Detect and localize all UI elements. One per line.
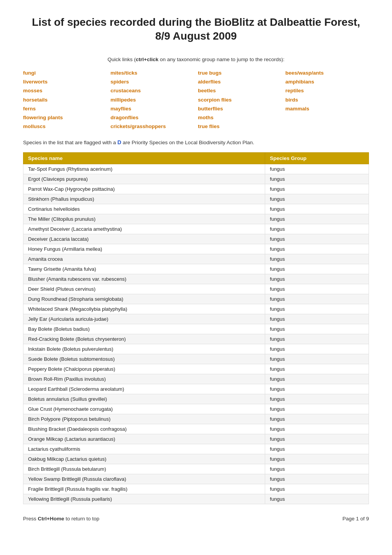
table-row: Amethyst Deceiver (Laccaria amethystina)… [23,224,369,234]
species-name-cell: Boletus annularius (Suillus grevillei) [23,394,265,404]
species-name-cell: Tar-Spot Fungus (Rhytisma acerinum) [23,164,265,174]
quick-link-flowering-plants[interactable]: flowering plants [23,114,107,122]
species-name-cell: Fragile Brittlegill (Russula fragilis va… [23,484,265,494]
species-group-cell: fungus [265,184,369,194]
quick-link-dragonflies[interactable]: dragonflies [111,114,194,122]
quick-link-birds[interactable]: birds [286,96,369,104]
table-row: Stinkhorn (Phallus impudicus)fungus [23,194,369,204]
species-group-cell: fungus [265,174,369,184]
species-group-cell: fungus [265,264,369,274]
quick-link-beetles[interactable]: beetles [198,87,282,95]
quick-link-butterflies[interactable]: butterflies [198,105,282,113]
table-row: Ergot (Claviceps purpurea)fungus [23,174,369,184]
quick-link-true-bugs[interactable]: true bugs [198,69,282,77]
species-name-cell: Jelly Ear (Auricularia auricula-judae) [23,314,265,324]
species-name-cell: Honey Fungus (Armillaria mellea) [23,244,265,254]
quick-link-moths[interactable]: moths [198,114,282,122]
table-row: Deceiver (Laccaria laccata)fungus [23,234,369,244]
species-name-cell: Yellowing Brittlegill (Russula puellaris… [23,494,265,504]
species-name-cell: The Miller (Clitopilus prunulus) [23,214,265,224]
quick-link-crickets-grasshoppers[interactable]: crickets/grasshoppers [111,123,194,130]
quick-link-reptiles[interactable]: reptiles [286,87,369,95]
quick-link-alderflies[interactable]: alderflies [198,78,282,86]
table-row: Honey Fungus (Armillaria mellea)fungus [23,244,369,254]
quick-link-horsetails[interactable]: horsetails [23,96,107,104]
species-name-cell: Leopard Earthball (Scleroderma areolatum… [23,384,265,394]
species-group-cell: fungus [265,454,369,464]
quick-links-col-0: fungiliverwortsmosseshorsetailsfernsflow… [23,69,107,131]
table-row: Blushing Bracket (Daedaleopsis confragos… [23,424,369,434]
quick-link-bees-wasp-ants[interactable]: bees/wasp/ants [286,69,369,77]
species-group-cell: fungus [265,434,369,444]
species-group-cell: fungus [265,444,369,454]
quick-links-col-1: mites/ticksspiderscrustaceansmillipedesm… [111,69,194,131]
species-group-cell: fungus [265,474,369,484]
quick-links-intro: Quick links (ctrl+click on any taxonomic… [23,57,369,62]
table-row: Lactarius cyathuliformisfungus [23,444,369,454]
table-row: Whitelaced Shank (Megacollybia platyphyl… [23,304,369,314]
col-header-group: Species Group [265,152,369,164]
species-name-cell: Tawny Grisette (Amanita fulva) [23,264,265,274]
species-group-cell: fungus [265,244,369,254]
quick-link-mayflies[interactable]: mayflies [111,105,194,113]
species-name-cell: Oakbug Milkcap (Lactarius quietus) [23,454,265,464]
table-row: Brown Roll-Rim (Paxillus involutus)fungu… [23,374,369,384]
quick-link-spiders[interactable]: spiders [111,78,194,86]
species-name-cell: Cortinarius helvelloides [23,204,265,214]
species-name-cell: Stinkhorn (Phallus impudicus) [23,194,265,204]
table-row: Orange Milkcap (Lactarius aurantiacus)fu… [23,434,369,444]
species-group-cell: fungus [265,384,369,394]
species-group-cell: fungus [265,414,369,424]
quick-link-amphibians[interactable]: amphibians [286,78,369,86]
quick-links-col-3: bees/wasp/antsamphibiansreptilesbirdsmam… [286,69,369,131]
table-row: Red-Cracking Bolete (Boletus chrysentero… [23,334,369,344]
col-header-species: Species name [23,152,265,164]
species-name-cell: Suede Bolete (Boletus subtomentosus) [23,354,265,364]
quick-link-mammals[interactable]: mammals [286,105,369,113]
species-group-cell: fungus [265,344,369,354]
species-group-cell: fungus [265,234,369,244]
quick-link-ferns[interactable]: ferns [23,105,107,113]
quick-link-crustaceans[interactable]: crustaceans [111,87,194,95]
page-title: List of species recorded during the BioB… [23,12,369,47]
species-name-cell: Birch Brittlegill (Russula betularum) [23,464,265,474]
table-row: Tawny Grisette (Amanita fulva)fungus [23,264,369,274]
table-row: Suede Bolete (Boletus subtomentosus)fung… [23,354,369,364]
quick-link-liverworts[interactable]: liverworts [23,78,107,86]
table-row: The Miller (Clitopilus prunulus)fungus [23,214,369,224]
quick-link-millipedes[interactable]: millipedes [111,96,194,104]
species-group-cell: fungus [265,374,369,384]
quick-link-true-flies[interactable]: true flies [198,123,282,130]
species-name-cell: Birch Polypore (Piptoporus betulinus) [23,414,265,424]
quick-link-mites-ticks[interactable]: mites/ticks [111,69,194,77]
table-row: Tar-Spot Fungus (Rhytisma acerinum)fungu… [23,164,369,174]
species-name-cell: Inkstain Bolete (Boletus pulverulentus) [23,344,265,354]
quick-link-mosses[interactable]: mosses [23,87,107,95]
species-group-cell: fungus [265,494,369,504]
species-table: Species name Species Group Tar-Spot Fung… [23,152,369,504]
species-name-cell: Lactarius cyathuliformis [23,444,265,454]
table-row: Cortinarius helvelloidesfungus [23,204,369,214]
quick-link-scorpion-flies[interactable]: scorpion flies [198,96,282,104]
table-row: Parrot Wax-Cap (Hygrocybe psittacina)fun… [23,184,369,194]
species-name-cell: Yellow Swamp Brittlegill (Russula clarof… [23,474,265,484]
species-group-cell: fungus [265,404,369,414]
species-group-cell: fungus [265,274,369,284]
species-group-cell: fungus [265,294,369,304]
species-group-cell: fungus [265,224,369,234]
priority-note: Species in the list that are flagged wit… [23,139,369,145]
species-name-cell: Deceiver (Laccaria laccata) [23,234,265,244]
species-group-cell: fungus [265,194,369,204]
species-group-cell: fungus [265,164,369,174]
species-group-cell: fungus [265,364,369,374]
quick-link-fungi[interactable]: fungi [23,69,107,77]
table-row: Oakbug Milkcap (Lactarius quietus)fungus [23,454,369,464]
table-row: Peppery Bolete (Chalciporus piperatus)fu… [23,364,369,374]
species-group-cell: fungus [265,284,369,294]
table-row: Boletus annularius (Suillus grevillei)fu… [23,394,369,404]
footer-return-text: Press Ctrl+Home to return to top [23,516,99,522]
quick-link-molluscs[interactable]: molluscs [23,123,107,130]
species-group-cell: fungus [265,334,369,344]
species-group-cell: fungus [265,214,369,224]
species-name-cell: Orange Milkcap (Lactarius aurantiacus) [23,434,265,444]
